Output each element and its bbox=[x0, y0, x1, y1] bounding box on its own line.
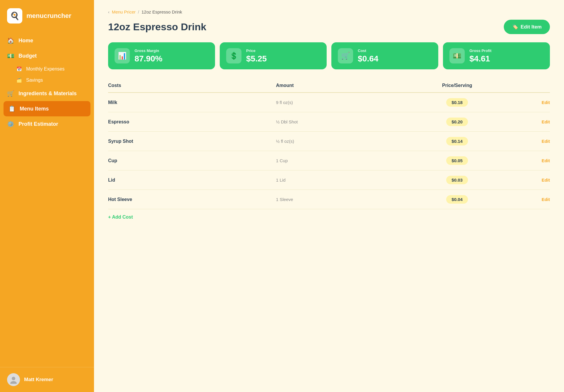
cost-edit-cup[interactable]: Edit bbox=[506, 151, 550, 170]
sidebar-item-monthly-label: Monthly Expenses bbox=[26, 66, 65, 72]
cost-name-milk: Milk bbox=[108, 93, 276, 112]
sidebar-item-budget[interactable]: 💵 Budget bbox=[0, 48, 94, 63]
cost-price-hot-sleeve: $0.04 bbox=[409, 190, 506, 209]
table-row: Lid 1 Lid $0.03 Edit bbox=[108, 170, 550, 190]
cost-name-lid: Lid bbox=[108, 170, 276, 190]
stats-row: 📊 Gross Margin 87.90% 💲 Price $5.25 🛒 Co… bbox=[108, 42, 550, 69]
ingredients-icon: 🛒 bbox=[7, 90, 14, 97]
price-value: $5.25 bbox=[246, 54, 267, 63]
col-header-price-serving: Price/Serving bbox=[409, 80, 506, 93]
table-row: Syrup Shot ½ fl oz(s) $0.14 Edit bbox=[108, 132, 550, 151]
user-name: Matt Kremer bbox=[24, 377, 53, 383]
gross-margin-value: 87.90% bbox=[135, 54, 162, 63]
profit-estimator-icon: ⚙️ bbox=[7, 120, 14, 128]
cost-name-cup: Cup bbox=[108, 151, 276, 170]
sidebar-item-ingredients-label: Ingredients & Materials bbox=[19, 91, 77, 97]
budget-icon: 💵 bbox=[7, 52, 14, 59]
avatar bbox=[7, 373, 20, 386]
sidebar: 🍳 menucruncher 🏠 Home 💵 Budget 📅 Monthly… bbox=[0, 0, 94, 392]
stat-card-gross-margin: 📊 Gross Margin 87.90% bbox=[108, 42, 215, 69]
page-title: 12oz Espresso Drink bbox=[108, 21, 206, 33]
tag-icon: 🏷️ bbox=[512, 24, 518, 30]
edit-link-lid[interactable]: Edit bbox=[542, 177, 550, 182]
sidebar-item-profit-estimator[interactable]: ⚙️ Profit Estimator bbox=[0, 116, 94, 132]
cost-label: Cost bbox=[358, 48, 378, 53]
cost-icon: 🛒 bbox=[338, 48, 353, 63]
savings-icon: 🗂️ bbox=[16, 78, 22, 83]
sidebar-item-budget-label: Budget bbox=[19, 53, 37, 59]
stat-card-price: 💲 Price $5.25 bbox=[220, 42, 327, 69]
monthly-expenses-icon: 📅 bbox=[16, 66, 22, 72]
edit-link-milk[interactable]: Edit bbox=[542, 100, 550, 105]
cost-price-cup: $0.05 bbox=[409, 151, 506, 170]
edit-link-cup[interactable]: Edit bbox=[542, 158, 550, 163]
menu-items-icon: 📋 bbox=[8, 105, 16, 112]
breadcrumb-current: 12oz Espresso Drink bbox=[142, 9, 182, 14]
sidebar-item-home-label: Home bbox=[19, 38, 33, 44]
sidebar-item-home[interactable]: 🏠 Home bbox=[0, 33, 94, 48]
sidebar-item-ingredients[interactable]: 🛒 Ingredients & Materials bbox=[0, 86, 94, 101]
logo-text: menucruncher bbox=[26, 12, 71, 20]
price-icon: 💲 bbox=[226, 48, 241, 63]
cost-amount-cup: 1 Cup bbox=[276, 151, 409, 170]
logo-icon: 🍳 bbox=[7, 8, 22, 24]
cost-name-syrup-shot: Syrup Shot bbox=[108, 132, 276, 151]
add-cost-label: + Add Cost bbox=[108, 215, 133, 220]
breadcrumb-parent[interactable]: Menu Pricer bbox=[112, 9, 136, 14]
table-row: Hot Sleeve 1 Sleeve $0.04 Edit bbox=[108, 190, 550, 209]
table-row: Milk 9 fl oz(s) $0.18 Edit bbox=[108, 93, 550, 112]
gross-profit-icon: 💵 bbox=[449, 48, 465, 63]
stat-card-gross-profit: 💵 Gross Profit $4.61 bbox=[443, 42, 550, 69]
add-cost-button[interactable]: + Add Cost bbox=[108, 209, 133, 220]
col-header-costs: Costs bbox=[108, 80, 276, 93]
sidebar-logo: 🍳 menucruncher bbox=[0, 0, 94, 31]
edit-link-espresso[interactable]: Edit bbox=[542, 119, 550, 124]
gross-margin-label: Gross Margin bbox=[135, 48, 162, 53]
cost-edit-milk[interactable]: Edit bbox=[506, 93, 550, 112]
cost-price-syrup-shot: $0.14 bbox=[409, 132, 506, 151]
cost-edit-espresso[interactable]: Edit bbox=[506, 112, 550, 132]
cost-name-hot-sleeve: Hot Sleeve bbox=[108, 190, 276, 209]
gross-profit-label: Gross Profit bbox=[469, 48, 491, 53]
edit-item-button[interactable]: 🏷️ Edit Item bbox=[504, 20, 550, 34]
cost-amount-hot-sleeve: 1 Sleeve bbox=[276, 190, 409, 209]
edit-item-label: Edit Item bbox=[521, 24, 542, 30]
main-content: ‹ Menu Pricer / 12oz Espresso Drink 12oz… bbox=[94, 0, 564, 392]
page-header: 12oz Espresso Drink 🏷️ Edit Item bbox=[108, 20, 550, 34]
sidebar-item-savings-label: Savings bbox=[26, 78, 43, 83]
sidebar-item-menu-label: Menu Items bbox=[20, 106, 49, 112]
sidebar-nav: 🏠 Home 💵 Budget 📅 Monthly Expenses 🗂️ Sa… bbox=[0, 31, 94, 367]
cost-edit-hot-sleeve[interactable]: Edit bbox=[506, 190, 550, 209]
cost-amount-milk: 9 fl oz(s) bbox=[276, 93, 409, 112]
cost-amount-espresso: ½ Dbl Shot bbox=[276, 112, 409, 132]
cost-amount-syrup-shot: ½ fl oz(s) bbox=[276, 132, 409, 151]
sidebar-item-savings[interactable]: 🗂️ Savings bbox=[0, 75, 94, 86]
sidebar-item-monthly-expenses[interactable]: 📅 Monthly Expenses bbox=[0, 63, 94, 75]
edit-link-syrup-shot[interactable]: Edit bbox=[542, 139, 550, 144]
svg-point-0 bbox=[12, 377, 15, 380]
cost-price-espresso: $0.20 bbox=[409, 112, 506, 132]
sidebar-footer: Matt Kremer bbox=[0, 367, 94, 392]
svg-point-1 bbox=[10, 381, 17, 384]
price-label: Price bbox=[246, 48, 267, 53]
cost-name-espresso: Espresso bbox=[108, 112, 276, 132]
stat-card-cost: 🛒 Cost $0.64 bbox=[331, 42, 438, 69]
breadcrumb-separator: / bbox=[138, 9, 139, 14]
home-icon: 🏠 bbox=[7, 37, 14, 44]
cost-edit-syrup-shot[interactable]: Edit bbox=[506, 132, 550, 151]
sidebar-item-profit-label: Profit Estimator bbox=[19, 121, 58, 127]
cost-edit-lid[interactable]: Edit bbox=[506, 170, 550, 190]
sidebar-item-menu-items[interactable]: 📋 Menu Items bbox=[4, 101, 90, 116]
table-row: Cup 1 Cup $0.05 Edit bbox=[108, 151, 550, 170]
edit-link-hot-sleeve[interactable]: Edit bbox=[542, 197, 550, 202]
cost-price-lid: $0.03 bbox=[409, 170, 506, 190]
gross-profit-value: $4.61 bbox=[469, 54, 491, 63]
cost-value: $0.64 bbox=[358, 54, 378, 63]
cost-price-milk: $0.18 bbox=[409, 93, 506, 112]
col-header-amount: Amount bbox=[276, 80, 409, 93]
table-row: Espresso ½ Dbl Shot $0.20 Edit bbox=[108, 112, 550, 132]
breadcrumb-chevron: ‹ bbox=[108, 10, 110, 14]
gross-margin-icon: 📊 bbox=[115, 48, 130, 63]
breadcrumb: ‹ Menu Pricer / 12oz Espresso Drink bbox=[108, 9, 550, 14]
costs-table: Costs Amount Price/Serving Milk 9 fl oz(… bbox=[108, 80, 550, 209]
